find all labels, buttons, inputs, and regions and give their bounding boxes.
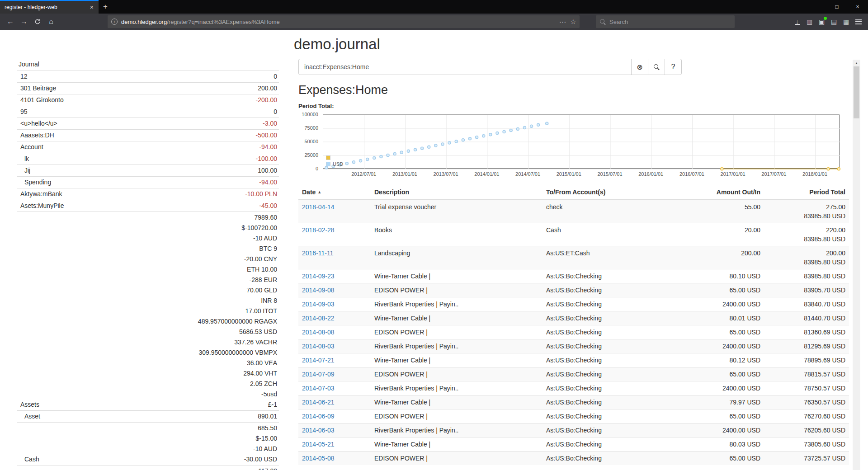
transaction-account: As:US:Bo:Checking (542, 423, 669, 437)
account-balances: -100.00 (256, 154, 277, 164)
back-icon[interactable]: ← (4, 15, 17, 28)
account-balance: 7989.60 (198, 212, 277, 223)
sidebar-account-link[interactable]: Asets:MunyPile (19, 201, 64, 211)
library-icon[interactable]: ▥ (803, 16, 816, 28)
browser-search-input[interactable]: Search (596, 15, 735, 28)
transaction-account: As:US:Bo:Checking (542, 297, 669, 311)
transaction-date-link[interactable]: 2014-07-09 (302, 371, 335, 378)
transaction-amount: 65.00 USD (669, 325, 764, 339)
sidebar-account-link[interactable]: 301 Beiträge (19, 83, 56, 94)
page-title[interactable]: demo.journal (294, 36, 851, 53)
sidebar-account-link[interactable]: Aaasets:DH (19, 130, 54, 141)
transaction-date-link[interactable]: 2014-07-03 (302, 385, 335, 392)
column-header-amount[interactable]: Amount Out/In (669, 185, 764, 200)
transaction-date-link[interactable]: 2016-11-11 (302, 249, 334, 257)
transaction-date-link[interactable]: 2014-06-21 (302, 399, 335, 406)
account-balance: -10.00 PLN (245, 189, 277, 199)
account-balances: 0 (274, 71, 277, 82)
sidebar-account-link[interactable]: 95 (19, 107, 28, 117)
account-balance: 890.01 (258, 411, 277, 422)
column-header-period-total[interactable]: Period Total (764, 185, 849, 200)
account-balance: BTC 9 (198, 244, 277, 254)
account-balances: -94.00 (259, 142, 277, 152)
apps-icon[interactable]: ▦ (840, 16, 852, 28)
transaction-date-cell: 2014-09-03 (298, 297, 371, 311)
transaction-date-link[interactable]: 2014-09-23 (302, 273, 335, 280)
sidebar-account-link[interactable]: Cash (19, 454, 39, 465)
tab-close-icon[interactable]: × (88, 4, 96, 11)
transaction-date-link[interactable]: 2018-04-14 (302, 203, 335, 211)
clear-query-button[interactable]: ⊗ (631, 59, 648, 75)
extension-icon[interactable]: ▣ (816, 16, 828, 28)
new-tab-button[interactable]: + (99, 0, 112, 14)
menu-icon[interactable] (852, 16, 864, 28)
account-balance: INR 8 (198, 296, 277, 306)
register-row: 2014-08-08EDISON POWER |As:US:Bo:Checkin… (298, 325, 849, 339)
sidebar-journal-link[interactable]: Journal (17, 58, 279, 70)
sidebar-account-link[interactable]: Assets (19, 400, 39, 410)
window-close-icon[interactable]: × (847, 0, 868, 14)
window-minimize-icon[interactable]: – (806, 0, 826, 14)
transaction-date-link[interactable]: 2014-06-03 (302, 427, 335, 434)
reload-icon[interactable] (31, 15, 44, 28)
transaction-description: Landscaping (371, 246, 542, 269)
scrollbar-up-arrow[interactable]: ▲ (853, 60, 860, 66)
transaction-date-cell: 2018-04-14 (298, 200, 371, 223)
sidebar-account-link[interactable]: Account (19, 142, 43, 152)
column-header-account[interactable]: To/From Account(s) (542, 185, 669, 200)
sidebar-account-link[interactable]: 12 (19, 71, 28, 82)
transaction-date-link[interactable]: 2014-05-21 (302, 441, 335, 448)
sidebar-account-link[interactable]: Aktywa:mBank (19, 189, 62, 199)
transaction-period-total: 200.0083985.80 USD (764, 246, 849, 269)
url-bar[interactable]: i demo.hledger.org/register?q=inacct%3AE… (108, 15, 580, 28)
register-row: 2014-09-08EDISON POWER |As:US:Bo:Checkin… (298, 283, 849, 297)
account-balances: 890.01 (258, 411, 277, 422)
period-total-line: 83985.80 USD (768, 235, 845, 244)
sidebar-account-link[interactable]: Asset (19, 411, 40, 422)
transaction-period-total: 76350.57 USD (764, 395, 849, 409)
transaction-date-link[interactable]: 2014-09-08 (302, 287, 335, 294)
transaction-date-link[interactable]: 2014-08-08 (302, 329, 335, 336)
downloads-icon[interactable]: ↓ (791, 16, 803, 28)
bookmark-star-icon[interactable]: ☆ (570, 18, 576, 25)
column-header-description[interactable]: Description (371, 185, 542, 200)
page-actions-icon[interactable]: ··· (559, 19, 566, 25)
window-restore-icon[interactable]: □ (826, 0, 847, 14)
site-info-icon[interactable]: i (111, 19, 118, 25)
transaction-amount: 65.00 USD (669, 283, 764, 297)
sidebar-account-row: 950 (17, 106, 279, 118)
search-button[interactable] (648, 59, 665, 75)
sidebar-account-link[interactable]: Spending (19, 177, 51, 188)
scrollbar-thumb[interactable] (854, 66, 859, 118)
forward-icon[interactable]: → (17, 15, 31, 28)
transaction-date-cell: 2014-06-09 (298, 409, 371, 423)
sidebar-account-link[interactable]: lk (19, 154, 29, 164)
register-table-body: 2018-04-14Trial expense vouchercheck55.0… (298, 200, 849, 465)
account-balance: 100.00 (258, 165, 277, 176)
sidebar-account-row: Spending-94.00 (17, 177, 279, 188)
transaction-account: As:US:Bo:Checking (542, 339, 669, 353)
transaction-date-link[interactable]: 2014-07-21 (302, 357, 335, 364)
transaction-date-link[interactable]: 2014-08-03 (302, 343, 335, 350)
transaction-date-link[interactable]: 2014-08-22 (302, 315, 335, 322)
help-button[interactable]: ? (665, 59, 682, 75)
transaction-date-link[interactable]: 2014-05-08 (302, 455, 335, 462)
window-controls: – □ × (806, 0, 868, 14)
home-icon[interactable]: ⌂ (44, 15, 58, 28)
sidebar-account-link[interactable]: <u>hello</u> (19, 118, 57, 129)
column-header-date[interactable]: Date▲ (298, 185, 371, 200)
register-row: 2014-05-08EDISON POWER |As:US:Bo:Checkin… (298, 451, 849, 465)
transaction-date-link[interactable]: 2014-09-03 (302, 301, 335, 308)
query-input[interactable] (298, 59, 632, 75)
reader-icon[interactable]: ▤ (828, 16, 840, 28)
sidebar-account-link[interactable]: 4101 Girokonto (19, 95, 64, 105)
transaction-date-cell: 2014-07-03 (298, 381, 371, 395)
page-scrollbar[interactable]: ▲ ▼ (853, 60, 860, 470)
transaction-date-link[interactable]: 2014-06-09 (302, 413, 335, 420)
chart-x-tick-label: 2015/01/01 (548, 171, 589, 177)
browser-tab-active[interactable]: register - hledger-web × (0, 0, 99, 14)
account-balance: -94.00 (259, 177, 277, 188)
sidebar-account-link[interactable]: Jij (19, 165, 30, 176)
chart-y-tick-label: 50000 (298, 139, 318, 144)
transaction-date-link[interactable]: 2018-02-28 (302, 226, 335, 234)
